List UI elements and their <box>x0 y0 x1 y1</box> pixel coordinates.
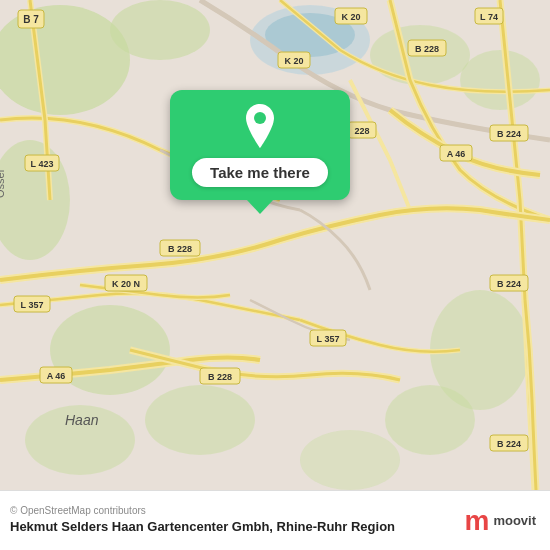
svg-point-5 <box>460 50 540 110</box>
svg-text:L 357: L 357 <box>21 300 44 310</box>
svg-text:L 423: L 423 <box>31 159 54 169</box>
map-container: B 7 L 423 K 20 L 74 K 20 B 228 B 224 228… <box>0 0 550 490</box>
svg-text:K 20: K 20 <box>341 12 360 22</box>
svg-text:B 228: B 228 <box>168 244 192 254</box>
svg-text:B 224: B 224 <box>497 279 521 289</box>
footer-left: © OpenStreetMap contributors Hekmut Seld… <box>10 505 464 536</box>
svg-text:L 74: L 74 <box>480 12 498 22</box>
business-name: Hekmut Selders Haan Gartencenter Gmbh, R… <box>10 519 464 536</box>
svg-text:B 224: B 224 <box>497 439 521 449</box>
svg-text:B 224: B 224 <box>497 129 521 139</box>
svg-text:B 228: B 228 <box>415 44 439 54</box>
svg-point-50 <box>254 112 266 124</box>
copyright-text: © OpenStreetMap contributors <box>10 505 464 516</box>
take-me-there-button[interactable]: Take me there <box>192 158 328 187</box>
svg-point-2 <box>110 0 210 60</box>
location-pin-icon <box>242 104 278 148</box>
moovit-logo: m moovit <box>464 505 536 537</box>
moovit-m-letter: m <box>464 505 489 537</box>
svg-point-10 <box>385 385 475 455</box>
svg-text:B 228: B 228 <box>208 372 232 382</box>
svg-text:K 20: K 20 <box>284 56 303 66</box>
map-svg: B 7 L 423 K 20 L 74 K 20 B 228 B 224 228… <box>0 0 550 490</box>
svg-text:A 46: A 46 <box>447 149 466 159</box>
svg-point-8 <box>145 385 255 455</box>
svg-text:B 7: B 7 <box>23 14 39 25</box>
popup-box: Take me there <box>170 90 350 200</box>
svg-text:Ossel: Ossel <box>0 170 6 198</box>
popup-overlay: Take me there <box>155 90 365 200</box>
svg-point-11 <box>300 430 400 490</box>
moovit-brand-text: moovit <box>493 513 536 528</box>
svg-text:L 357: L 357 <box>317 334 340 344</box>
svg-text:Haan: Haan <box>65 412 99 428</box>
svg-text:K 20 N: K 20 N <box>112 279 140 289</box>
footer: © OpenStreetMap contributors Hekmut Seld… <box>0 490 550 550</box>
svg-text:A 46: A 46 <box>47 371 66 381</box>
